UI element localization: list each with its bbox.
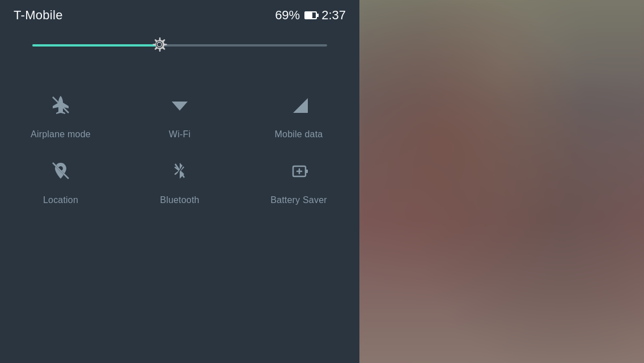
qs-wifi[interactable]: Wi-Fi <box>120 79 239 145</box>
qs-bluetooth[interactable]: Bluetooth <box>120 145 239 211</box>
status-indicators: 69% 2:37 <box>275 8 346 23</box>
mobile-data-icon <box>285 91 313 119</box>
brightness-thumb[interactable] <box>147 33 172 58</box>
battery-icon <box>304 11 317 19</box>
carrier-label: T-Mobile <box>14 8 63 23</box>
qs-location[interactable]: Location <box>1 145 120 211</box>
brightness-icon <box>149 35 170 56</box>
bluetooth-icon <box>166 157 194 185</box>
bluetooth-label: Bluetooth <box>160 195 199 205</box>
location-label: Location <box>43 195 78 205</box>
qs-row-2: Location Blue <box>0 145 359 211</box>
airplane-mode-label: Airplane mode <box>31 129 91 140</box>
wifi-label: Wi-Fi <box>169 129 190 140</box>
location-icon <box>46 157 75 185</box>
qs-mobile-data[interactable]: Mobile data <box>239 79 358 145</box>
qs-battery-saver[interactable]: Battery Saver <box>239 145 358 211</box>
svg-marker-4 <box>293 98 308 113</box>
notification-shade: T-Mobile 69% 2:37 <box>0 0 359 363</box>
mobile-data-label: Mobile data <box>275 129 323 140</box>
qs-row-1: Airplane mode Wi-Fi Mobile data <box>0 79 359 145</box>
svg-rect-12 <box>306 170 308 173</box>
slider-fill <box>32 44 159 47</box>
brightness-container <box>0 28 359 74</box>
status-bar: T-Mobile 69% 2:37 <box>0 0 359 28</box>
clock: 2:37 <box>321 8 346 23</box>
wallpaper-bg <box>359 0 644 363</box>
brightness-slider-wrapper[interactable] <box>32 34 327 57</box>
battery-saver-icon <box>285 157 313 185</box>
battery-saver-label: Battery Saver <box>270 195 327 205</box>
wallpaper-panel <box>359 0 644 363</box>
wifi-icon <box>166 91 194 119</box>
airplane-icon <box>46 91 75 119</box>
svg-marker-3 <box>172 102 188 111</box>
quick-settings: Airplane mode Wi-Fi Mobile data <box>0 74 359 363</box>
qs-airplane-mode[interactable]: Airplane mode <box>1 79 120 145</box>
battery-percentage: 69% <box>275 8 300 23</box>
